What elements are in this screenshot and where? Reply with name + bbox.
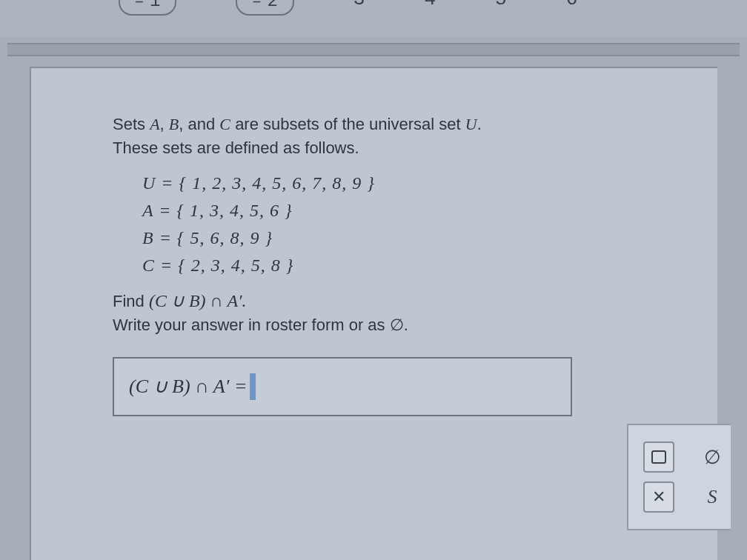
set-definition-b: B = { 5, 6, 8, 9 } [142,228,636,248]
nav-item-4[interactable]: 4 [424,0,436,10]
empty-set-icon: ∅ [704,446,721,469]
set-definition-u: U = { 1, 2, 3, 4, 5, 6, 7, 8, 9 } [142,173,636,193]
text-cursor-icon [250,373,256,400]
roster-braces-button[interactable] [643,441,674,473]
braces-icon [650,448,668,466]
check-icon: = [252,0,261,10]
check-icon: = [135,0,144,10]
empty-set-button[interactable]: ∅ [697,441,728,473]
intro-line-2: These sets are defined as follows. [113,139,359,157]
nav-item-2[interactable]: =2 [236,0,293,16]
svg-rect-0 [652,451,665,463]
reset-icon: S [708,486,717,508]
clear-button[interactable]: ✕ [643,481,674,513]
nav-item-1[interactable]: =1 [119,0,176,16]
scrollbar-horizontal[interactable] [7,43,740,56]
reset-button[interactable]: S [697,481,728,513]
intro-line-1: Sets A, B, and C are subsets of the univ… [113,115,482,133]
close-icon: ✕ [652,487,665,507]
set-definition-c: C = { 2, 3, 4, 5, 8 } [142,256,636,276]
question-nav: =1 =2 3 4 5 6 [0,0,747,37]
problem-intro: Sets A, B, and C are subsets of the univ… [113,113,636,160]
write-instruction: Write your answer in roster form or as ∅… [113,316,636,335]
tool-panel: ∅ ✕ S [627,424,731,530]
set-definition-a: A = { 1, 3, 4, 5, 6 } [142,201,636,221]
find-instruction: Find (C ∪ B) ∩ A′. [113,290,636,311]
answer-expression-label: (C ∪ B) ∩ A′ = [129,375,247,398]
find-expression: (C ∪ B) ∩ A′. [149,291,246,310]
nav-item-6[interactable]: 6 [566,0,578,10]
nav-item-3[interactable]: 3 [353,0,365,10]
answer-input[interactable]: (C ∪ B) ∩ A′ = [113,357,572,416]
nav-item-5[interactable]: 5 [495,0,507,10]
problem-panel: Sets A, B, and C are subsets of the univ… [30,67,717,560]
